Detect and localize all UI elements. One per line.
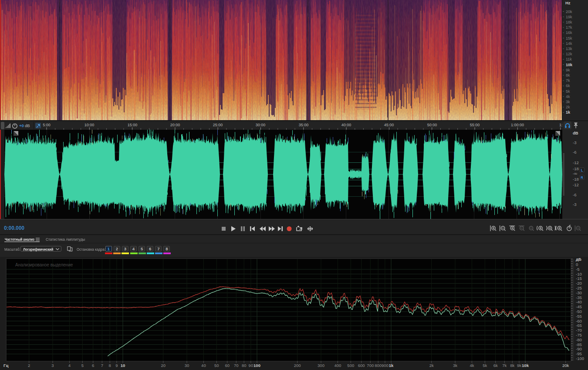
svg-text:-60: -60 — [576, 319, 582, 323]
svg-text:14k: 14k — [566, 41, 572, 46]
svg-text:3k: 3k — [566, 100, 570, 104]
svg-text:60: 60 — [225, 363, 230, 368]
svg-text:-15: -15 — [576, 276, 582, 281]
svg-text:-75: -75 — [576, 333, 582, 337]
svg-text:8k: 8k — [566, 73, 570, 77]
svg-text:Анализированое выделение: Анализированое выделение — [15, 262, 73, 267]
svg-text:-55: -55 — [576, 314, 582, 319]
svg-text:17k: 17k — [566, 25, 572, 30]
svg-text:5k: 5k — [566, 89, 570, 94]
svg-text:19k: 19k — [566, 15, 572, 19]
svg-text:-90: -90 — [576, 346, 582, 351]
svg-text:11k: 11k — [566, 57, 572, 61]
svg-text:600: 600 — [358, 363, 365, 368]
svg-text:дБ: дБ — [576, 257, 581, 262]
svg-text:4: 4 — [68, 363, 71, 368]
svg-text:-100: -100 — [576, 356, 584, 361]
svg-text:2k: 2k — [429, 363, 434, 368]
svg-text:6: 6 — [92, 363, 94, 368]
svg-text:4k: 4k — [566, 94, 570, 99]
svg-text:2k: 2k — [566, 105, 570, 109]
svg-text:200: 200 — [294, 363, 301, 368]
svg-text:8k: 8k — [510, 363, 514, 368]
svg-text:7: 7 — [101, 363, 103, 368]
svg-text:-10: -10 — [576, 272, 582, 276]
svg-text:-85: -85 — [576, 342, 582, 347]
svg-text:400: 400 — [334, 363, 341, 368]
svg-text:80: 80 — [242, 363, 247, 368]
svg-text:-45: -45 — [576, 304, 582, 309]
svg-text:-30: -30 — [576, 290, 582, 295]
svg-text:1k: 1k — [566, 110, 571, 114]
svg-text:70: 70 — [234, 363, 239, 368]
svg-text:8: 8 — [109, 363, 111, 368]
svg-text:7k: 7k — [566, 78, 570, 83]
svg-text:10: 10 — [121, 363, 125, 368]
svg-text:20: 20 — [161, 363, 166, 368]
svg-text:-80: -80 — [576, 337, 582, 342]
svg-text:3: 3 — [51, 363, 54, 368]
svg-text:9k: 9k — [566, 68, 570, 72]
svg-text:16k: 16k — [566, 30, 572, 35]
svg-text:6k: 6k — [493, 363, 498, 368]
svg-text:5k: 5k — [483, 363, 487, 368]
svg-text:-35: -35 — [576, 295, 582, 300]
svg-text:-25: -25 — [576, 286, 582, 290]
svg-text:20k: 20k — [562, 363, 569, 368]
svg-text:20k: 20k — [566, 10, 572, 14]
svg-text:800: 800 — [375, 363, 382, 368]
svg-text:50: 50 — [214, 363, 219, 368]
svg-text:4k: 4k — [470, 363, 474, 368]
svg-text:7k: 7k — [502, 363, 507, 368]
svg-text:9: 9 — [115, 363, 118, 368]
svg-text:-70: -70 — [576, 328, 582, 333]
svg-text:6k: 6k — [566, 84, 570, 88]
svg-text:18k: 18k — [566, 20, 572, 24]
svg-text:900: 900 — [382, 363, 389, 368]
svg-text:2: 2 — [28, 363, 30, 368]
svg-text:-5: -5 — [576, 267, 579, 272]
svg-text:-65: -65 — [576, 323, 582, 328]
svg-text:30: 30 — [185, 363, 189, 368]
svg-text:700: 700 — [367, 363, 374, 368]
svg-text:9k: 9k — [517, 363, 521, 368]
svg-text:Гц: Гц — [3, 363, 8, 368]
svg-text:12k: 12k — [566, 52, 572, 56]
svg-text:-95: -95 — [576, 351, 582, 356]
svg-text:90: 90 — [249, 363, 253, 368]
svg-text:40: 40 — [201, 363, 206, 368]
svg-text:13k: 13k — [566, 47, 572, 51]
svg-text:15k: 15k — [566, 36, 572, 40]
svg-text:0: 0 — [576, 262, 578, 267]
svg-text:100: 100 — [253, 363, 260, 368]
svg-text:3k: 3k — [453, 363, 457, 368]
svg-text:-50: -50 — [576, 309, 582, 314]
svg-text:300: 300 — [318, 363, 324, 368]
svg-text:-40: -40 — [576, 299, 582, 304]
svg-text:10k: 10k — [566, 63, 573, 67]
svg-text:500: 500 — [347, 363, 354, 368]
svg-text:5: 5 — [81, 363, 84, 368]
svg-text:10k: 10k — [522, 363, 529, 368]
svg-text:1k: 1k — [389, 363, 394, 368]
svg-text:-20: -20 — [576, 281, 582, 286]
